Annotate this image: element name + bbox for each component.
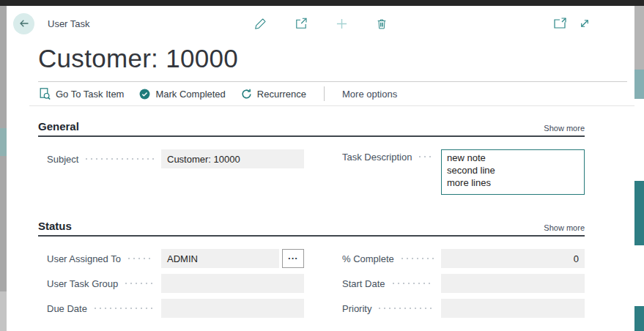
check-circle-icon [139,89,150,100]
background-segment [634,6,644,70]
dotted-leader [125,283,154,284]
share-icon[interactable] [295,17,308,30]
dotted-leader [379,308,434,309]
textarea-line: more lines [447,176,579,189]
background-segment [634,245,644,306]
page-caption: User Task [48,18,90,29]
percent-complete-field: % Complete 0 [333,249,585,268]
field-label: User Assigned To [47,253,121,264]
section-title: Status [38,220,72,232]
dotted-leader [393,283,434,284]
background-segment [634,70,644,99]
field-label: Priority [342,303,371,314]
user-assigned-to-field: User Assigned To ADMIN ... [38,249,304,268]
background-segment [634,306,644,331]
section-title: General [38,120,79,133]
start-date-field: Start Date [333,274,585,293]
background-segment [0,291,7,331]
dotted-leader [419,156,434,157]
background-segment [0,128,7,156]
card-header: User Task [7,6,634,41]
dotted-leader [401,258,434,259]
trash-icon[interactable] [376,18,388,30]
background-segment [634,181,644,245]
action-bar-divider [324,86,325,101]
subject-field: Subject Customer: 10000 [38,149,304,168]
field-label: Task Description [342,149,412,164]
recurrence-button[interactable]: Recurrence [241,89,306,100]
user-task-card: User Task Customer: 10000 [7,6,634,331]
field-label: User Task Group [47,278,118,289]
section-general-fields: Subject Customer: 10000 Task Description… [38,149,585,201]
top-black-bar [0,0,644,6]
back-button[interactable] [13,13,34,34]
section-status-fields: User Assigned To ADMIN ... User Task Gro… [38,249,585,324]
task-description-field: Task Description new note second line mo… [333,149,585,195]
field-label: Due Date [47,303,87,314]
action-bar: Go To Task Item Mark Completed Recurrenc… [40,82,634,105]
go-to-task-item-button[interactable]: Go To Task Item [40,88,124,100]
action-label: Recurrence [257,89,306,100]
textarea-line: new note [447,152,579,164]
field-label: Subject [47,154,78,165]
percent-complete-input[interactable]: 0 [441,249,585,268]
status-right-column: % Complete 0 Start Date Priority [333,249,585,324]
start-date-input[interactable] [441,274,585,293]
action-label: Mark Completed [155,89,225,100]
open-in-window-icon[interactable] [553,18,566,29]
background-segment [634,99,644,181]
section-status-header[interactable]: Status Show more [38,220,585,237]
task-description-textarea[interactable]: new note second line more lines [441,149,585,195]
dotted-leader [86,158,154,160]
user-assigned-to-group: ADMIN ... [161,249,304,268]
expand-icon[interactable] [579,18,591,29]
action-label: Go To Task Item [56,89,124,100]
field-label: Start Date [342,278,385,289]
user-task-group-field: User Task Group [38,274,304,293]
status-left-column: User Assigned To ADMIN ... User Task Gro… [38,249,304,324]
user-assigned-to-input[interactable]: ADMIN [161,249,279,268]
recurrence-icon [241,89,252,100]
due-date-input[interactable] [161,299,304,318]
window-actions [553,18,591,29]
back-icon [18,18,30,29]
page-title: Customer: 10000 [38,42,634,75]
priority-input[interactable] [441,299,585,318]
assist-edit-button[interactable]: ... [282,249,304,268]
background-page-right-sliver [634,6,644,331]
due-date-field: Due Date [38,299,304,318]
header-actions [254,17,388,30]
dotted-leader [128,258,154,259]
plus-icon[interactable] [336,18,348,30]
more-options-button[interactable]: More options [342,89,397,100]
textarea-line: second line [447,164,579,176]
priority-field: Priority [333,299,585,318]
card-content: General Show more Subject Customer: 1000… [38,120,585,324]
action-bar-rule [29,105,634,106]
go-to-task-item-icon [40,88,51,100]
show-more-link[interactable]: Show more [544,223,585,232]
general-right-column: Task Description new note second line mo… [333,149,585,201]
section-general-header[interactable]: General Show more [38,120,585,137]
show-more-link[interactable]: Show more [544,124,585,133]
edit-pencil-icon[interactable] [254,18,267,30]
general-left-column: Subject Customer: 10000 [38,149,304,201]
background-page-left-sliver [0,6,7,331]
subject-input[interactable]: Customer: 10000 [161,149,304,168]
user-task-group-input[interactable] [161,274,304,293]
background-segment [0,156,7,291]
mark-completed-button[interactable]: Mark Completed [139,89,225,100]
background-segment [0,6,7,128]
field-label: % Complete [342,253,394,264]
dotted-leader [95,308,154,309]
